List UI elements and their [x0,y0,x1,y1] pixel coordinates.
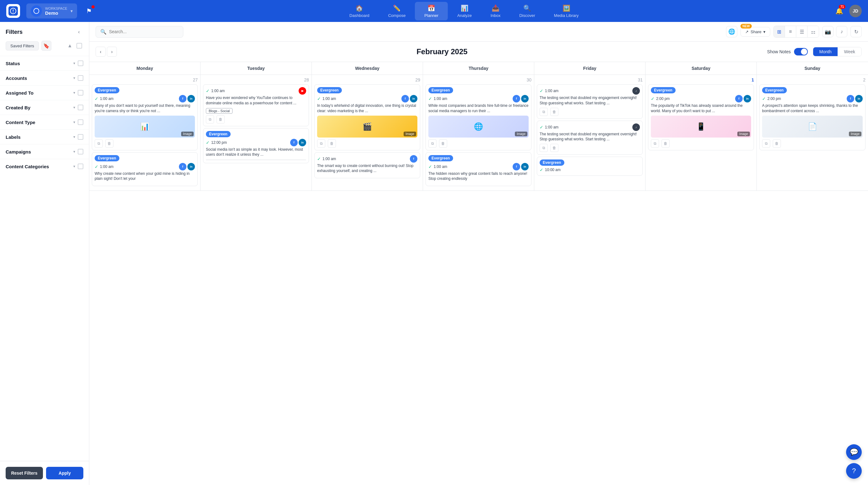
filter-checkbox-all[interactable] [75,42,83,50]
nav-item-inbox[interactable]: 📥 Inbox [481,2,510,20]
post-card[interactable]: ✓ 1:00 am f The smart way to create cont… [314,152,420,179]
post-card[interactable]: Evergreen ✓ 1:00 am f in Many of you don… [92,84,198,151]
nav-item-planner[interactable]: 📅 Planner [415,2,448,20]
week-view-button[interactable]: Week [838,47,861,56]
copy-post-button[interactable]: ⧉ [762,139,770,148]
campaigns-checkbox[interactable] [78,149,83,155]
post-card[interactable]: Evergreen ✓ 2:00 pm f in The popularity … [648,84,754,151]
copy-post-button[interactable]: ⧉ [539,144,548,152]
share-dropdown-icon: ▾ [763,29,766,34]
check-icon: ✓ [762,96,766,101]
copy-post-button[interactable]: ⧉ [651,139,659,148]
post-card[interactable]: Evergreen ✓ 1:00 am f in In today's whir… [314,84,420,151]
post-card[interactable]: Evergreen ✓ 10:00 am [537,157,643,176]
calendar-next-button[interactable]: › [107,47,117,57]
nav-right-actions: 🔔 71 JD [834,5,862,17]
month-view-button[interactable]: Month [813,47,838,56]
blog-tag: Blogs - Social [206,108,232,114]
copy-post-button[interactable]: ⧉ [428,139,436,148]
chat-button[interactable]: 💬 [846,444,862,460]
tiktok-filter-button[interactable]: ♪ [836,26,847,37]
post-actions: ⧉ 🗑 [651,139,751,148]
apply-filters-button[interactable]: Apply [46,467,83,479]
filter-status-header[interactable]: Status ▾ [0,56,89,70]
delete-post-button[interactable]: 🗑 [439,139,447,148]
copy-post-button[interactable]: ⧉ [317,139,325,148]
copy-post-button[interactable]: ⧉ [206,115,214,124]
refresh-button[interactable]: ↻ [850,26,862,37]
share-icon: ↗ [745,29,749,34]
filter-labels-header[interactable]: Labels ▾ [0,130,89,144]
saved-filters-icon-button[interactable]: 🔖 [41,41,52,51]
sidebar-collapse-button[interactable]: ‹ [74,28,83,36]
nav-item-discover[interactable]: 🔍 Discover [510,2,545,20]
content-type-checkbox[interactable] [78,119,83,125]
user-avatar[interactable]: JD [849,5,862,17]
delete-post-button[interactable]: 🗑 [550,108,558,116]
globe-button[interactable]: 🌐 [726,26,737,37]
bell-button[interactable]: 🔔 71 [834,5,845,17]
copy-post-button[interactable]: ⧉ [539,108,548,116]
post-card[interactable]: Evergreen ✓ 1:00 am f in The hidden reas… [426,152,531,186]
post-card[interactable]: Evergreen ✓ 1:00 am f in Why create new … [92,152,198,186]
filter-assigned-to-header[interactable]: Assigned To ▾ [0,86,89,100]
labels-checkbox[interactable] [78,134,83,140]
post-card[interactable]: ✓ 1:00 am ♪ The testing secret that doub… [537,121,643,155]
post-card[interactable]: ✓ 1:00 am ▶ Have you ever wondered why Y… [203,84,309,126]
new-badge: NEW [741,24,751,29]
view-table-button[interactable]: ≡ [785,26,796,37]
nav-item-media-library[interactable]: 🖼️ Media Library [545,2,588,20]
flag-button[interactable]: ⚑ [83,5,95,17]
delete-post-button[interactable]: 🗑 [661,139,670,148]
filter-assigned-to-label: Assigned To [6,90,34,96]
created-by-checkbox[interactable] [78,105,83,110]
instagram-filter-button[interactable]: 📷 [822,26,834,37]
delete-post-button[interactable]: 🗑 [550,144,558,152]
view-list-button[interactable]: ☰ [796,26,808,37]
nav-item-analyze[interactable]: 📊 Analyze [448,2,481,20]
copy-post-button[interactable]: ⧉ [95,139,103,148]
delete-post-button[interactable]: 🗑 [217,115,225,124]
filter-content-categories-header[interactable]: Content Categories ▾ [0,159,89,173]
campaigns-chevron-icon: ▾ [73,150,75,154]
platform-icon-meta: f [847,95,854,102]
select-all-checkbox[interactable] [76,43,82,48]
post-card[interactable]: Evergreen ✓ 2:00 pm f in A prospect's at… [759,84,866,151]
nav-item-compose[interactable]: ✏️ Compose [379,2,415,20]
filter-created-by-header[interactable]: Created By ▾ [0,100,89,115]
filter-created-by-right: ▾ [73,105,83,110]
delete-post-button[interactable]: 🗑 [773,139,781,148]
filters-sidebar: Filters ‹ Saved Filters 🔖 ▲ Status [0,22,89,485]
show-notes-toggle[interactable] [794,48,808,56]
view-calendar-button[interactable]: ⊞ [774,26,785,37]
view-detail-button[interactable]: ⚏ [808,26,819,37]
nav-item-dashboard[interactable]: 🏠 Dashboard [340,2,379,20]
delete-post-button[interactable]: 🗑 [328,139,336,148]
platform-icon-linkedin: in [744,95,751,102]
content-categories-checkbox[interactable] [78,164,83,169]
post-card[interactable]: Evergreen ✓ 12:00 pm f in Social media i… [203,128,309,164]
help-button[interactable]: ? [846,463,862,479]
reset-filters-button[interactable]: Reset Filters [6,467,43,479]
filter-accounts-label: Accounts [6,75,27,81]
post-card[interactable]: Evergreen ✓ 1:00 am f in While most comp… [426,84,531,151]
post-card[interactable]: ✓ 1:00 am ♪ The testing secret that doub… [537,84,643,119]
saved-filters-button[interactable]: Saved Filters [6,41,39,51]
filter-content-type-header[interactable]: Content Type ▾ [0,115,89,129]
status-checkbox[interactable] [78,61,83,66]
accounts-checkbox[interactable] [78,75,83,81]
delete-post-button[interactable]: 🗑 [105,139,114,148]
calendar-prev-button[interactable]: ‹ [96,47,105,57]
content-type-chevron-icon: ▾ [73,120,75,124]
assigned-to-checkbox[interactable] [78,90,83,96]
app-logo[interactable] [6,4,20,18]
post-platform-icons: f in [847,95,863,102]
workspace-selector[interactable]: WORKSPACE Demo ▾ [26,3,77,19]
search-input[interactable] [109,29,172,34]
filter-campaigns-header[interactable]: Campaigns ▾ [0,144,89,159]
calendar-cell-thursday-30: 30 Evergreen ✓ 1:00 am f in While most c… [423,75,534,191]
platform-icon-meta: f [513,163,520,170]
filter-accounts-header[interactable]: Accounts ▾ [0,71,89,85]
filter-up-button[interactable]: ▲ [66,42,74,50]
created-by-chevron-icon: ▾ [73,105,75,110]
